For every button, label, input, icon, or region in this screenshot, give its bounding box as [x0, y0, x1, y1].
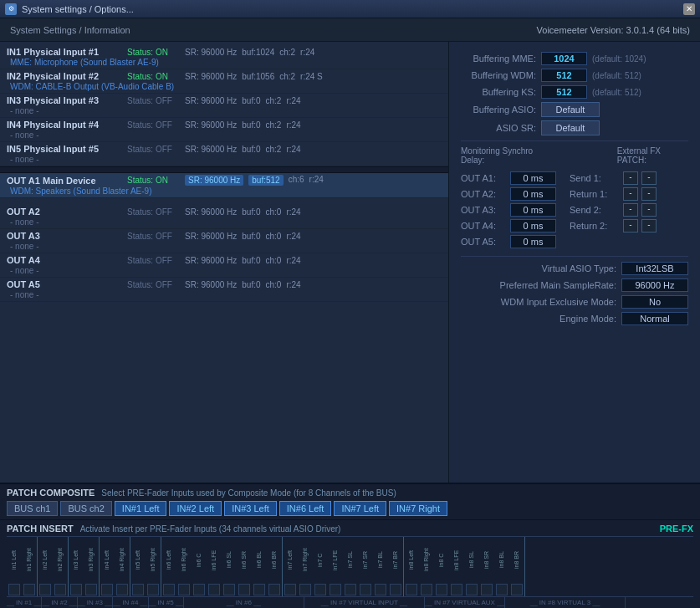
app-icon: ⚙ — [5, 3, 17, 15]
ext-send1-b2[interactable]: - — [641, 171, 657, 185]
sync-a2-value[interactable]: 0 ms — [510, 187, 556, 201]
buffering-wdm-value[interactable]: 512 — [541, 69, 587, 82]
ch-in8-br: in8 BR — [509, 537, 524, 596]
patch-insert-left: PATCH INSERT Activate Insert per PRE-Fad… — [7, 524, 340, 534]
buffering-mme-row: Buffering MME: 1024 (default: 1024) — [461, 52, 688, 65]
seg-in6: __ IN #6 __ — [184, 597, 304, 608]
ext-return2-b2[interactable]: - — [641, 219, 657, 232]
spacer1 — [0, 198, 448, 205]
buffering-mme-default: (default: 1024) — [592, 54, 646, 64]
in3-sub: - none - — [7, 106, 442, 115]
ext-return2-row: Return 2: - - — [570, 219, 657, 232]
group-in1: in1 Left in1 Right — [7, 537, 38, 596]
in2-sub: WDM: CABLE-B Output (VB-Audio Cable B) — [7, 82, 442, 91]
sync-a4-value[interactable]: 0 ms — [510, 219, 556, 232]
patch-btn-in1-left[interactable]: IN#1 Left — [115, 501, 167, 516]
engine-mode-value[interactable]: Normal — [621, 312, 688, 325]
group-in5: in5 Left in5 Right — [130, 537, 161, 596]
out-a5-name: OUT A5 — [7, 279, 124, 289]
ext-return1-b2[interactable]: - — [641, 187, 657, 201]
ch-in8-sl: in8 SL — [464, 537, 479, 596]
asio-sr-value[interactable]: Default — [541, 120, 600, 135]
sync-a1-value[interactable]: 0 ms — [510, 171, 556, 185]
patch-composite-header: PATCH COMPOSITE Select PRE-Fader Inputs … — [7, 488, 693, 498]
content-body: IN1 Physical Input #1 Status: ON SR: 960… — [0, 42, 700, 608]
patch-insert-title: PATCH INSERT — [7, 524, 74, 534]
main-container: System Settings / Information Voicemeete… — [0, 18, 700, 608]
ch-in5-right: in5 Right — [146, 537, 161, 596]
ext-return1-b1[interactable]: - — [623, 187, 638, 201]
patch-btn-in3-left[interactable]: IN#3 Left — [224, 501, 277, 516]
ext-send2-b2[interactable]: - — [641, 203, 657, 217]
in1-row: IN1 Physical Input #1 Status: ON SR: 960… — [0, 45, 448, 69]
seg-in3: __ IN #3 __ — [78, 597, 113, 608]
patch-btn-in6-left[interactable]: IN#6 Left — [279, 501, 332, 516]
sync-a3-value[interactable]: 0 ms — [510, 203, 556, 217]
out-a3-status: Status: OFF — [127, 232, 181, 241]
ch-in6-sl: in6 SL — [222, 537, 237, 596]
in4-row: IN4 Physical Input #4 Status: OFF SR: 96… — [0, 118, 448, 142]
ext-send1-label: Send 1: — [570, 173, 620, 183]
pre-fx-label: PRE-FX — [660, 524, 693, 534]
in4-status: Status: OFF — [127, 120, 181, 130]
preferred-sr-value[interactable]: 96000 Hz — [621, 278, 688, 292]
buffering-mme-label: Buffering MME: — [461, 54, 536, 64]
patch-btn-bus-ch1[interactable]: BUS ch1 — [7, 501, 58, 516]
patch-btn-bus-ch2[interactable]: BUS ch2 — [60, 501, 111, 516]
ch-in8-sr: in8 SR — [479, 537, 494, 596]
wdm-exclusive-value[interactable]: No — [621, 295, 688, 309]
ch-in8-lfe: in8 LFE — [449, 537, 464, 596]
out-a1-name: OUT A1 Main Device — [7, 176, 124, 186]
system-settings-label: System Settings / Information — [10, 25, 130, 35]
ch-in4-right: in4 Right — [115, 537, 130, 596]
buffering-wdm-row: Buffering WDM: 512 (default: 512) — [461, 69, 688, 82]
sync-a4-label: OUT A4: — [461, 221, 507, 231]
sync-a3-label: OUT A3: — [461, 205, 507, 215]
ch-in8-bl: in8 BL — [494, 537, 509, 596]
patch-btn-in7-left[interactable]: IN#7 Left — [334, 501, 386, 516]
sync-a3-row: OUT A3: 0 ms — [461, 203, 556, 217]
buffering-mme-value[interactable]: 1024 — [541, 52, 587, 65]
ext-send1-b1[interactable]: - — [623, 171, 638, 185]
left-panel: IN1 Physical Input #1 Status: ON SR: 960… — [0, 42, 449, 483]
ch-in8-left: in8 Left — [404, 537, 419, 596]
ch-in2-left: in2 Left — [38, 537, 53, 596]
in5-info: SR: 96000 Hz buf:0 ch:2 r:24 — [185, 145, 301, 154]
ext-return2-b1[interactable]: - — [623, 219, 638, 232]
sync-a4-row: OUT A4: 0 ms — [461, 219, 556, 232]
ch-in6-sr: in6 SR — [237, 537, 252, 596]
out-a5-row: OUT A5 Status: OFF SR: 96000 Hz buf:0 ch… — [0, 278, 448, 302]
top-bar: System Settings / Information Voicemeete… — [0, 18, 700, 42]
seg-in8: __ IN #8 VIRTUAL 3 __ — [505, 597, 626, 608]
buffering-asio-value[interactable]: Default — [541, 102, 600, 117]
in5-sub: - none - — [7, 155, 442, 164]
virtual-asio-value[interactable]: Int32LSB — [621, 262, 688, 275]
out-a4-name: OUT A4 — [7, 255, 124, 265]
patch-insert-desc: Activate Insert per PRE-Fader Inputs (34… — [80, 524, 341, 534]
sync-a2-row: OUT A2: 0 ms — [461, 187, 556, 201]
patch-btn-in2-left[interactable]: IN#2 Left — [169, 501, 222, 516]
buffering-ks-value[interactable]: 512 — [541, 85, 587, 99]
ch-in6-lfe: in6 LFE — [207, 537, 222, 596]
patch-btn-in7-right[interactable]: IN#7 Right — [389, 501, 447, 516]
ch-in7-bl: in7 BL — [373, 537, 388, 596]
ch-in7-lfe: in7 LFE — [328, 537, 343, 596]
ext-send1-row: Send 1: - - — [570, 171, 657, 185]
in1-status: Status: ON — [127, 48, 181, 57]
ext-send2-b1[interactable]: - — [623, 203, 638, 217]
in5-name: IN5 Physical Input #5 — [7, 144, 124, 154]
out-a4-row: OUT A4 Status: OFF SR: 96000 Hz buf:0 ch… — [0, 253, 448, 278]
ch-in6-br: in6 BR — [267, 537, 282, 596]
in1-name: IN1 Physical Input #1 — [7, 47, 124, 57]
ch-in7-br: in7 BR — [388, 537, 403, 596]
channel-strip: in1 Left in1 Right in2 Left in2 Right in… — [7, 536, 693, 608]
sync-a5-value[interactable]: 0 ms — [510, 235, 556, 248]
panels-row: IN1 Physical Input #1 Status: ON SR: 960… — [0, 42, 700, 483]
ch-in7-sl: in7 SL — [343, 537, 358, 596]
out-a5-sub: - none - — [7, 290, 442, 299]
buffering-ks-row: Buffering KS: 512 (default: 512) — [461, 85, 688, 99]
out-a3-sub: - none - — [7, 242, 442, 251]
ch-in7-sr: in7 SR — [358, 537, 373, 596]
sync-col: OUT A1: 0 ms OUT A2: 0 ms OUT A3: 0 ms — [461, 171, 556, 251]
close-button[interactable]: ✕ — [683, 3, 695, 15]
